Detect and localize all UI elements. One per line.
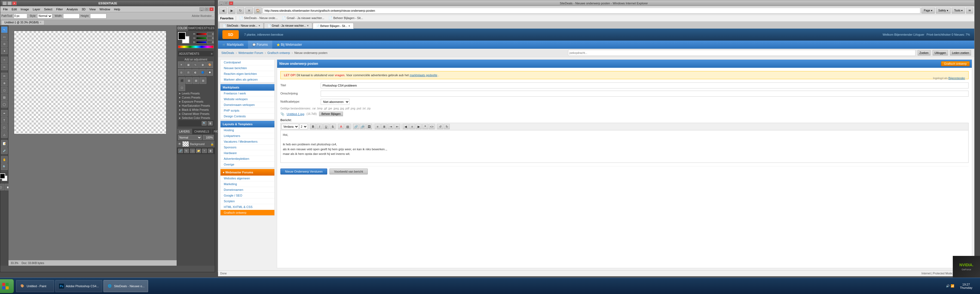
notification-select[interactable]: Niet abonneren: [321, 99, 350, 105]
attach-manage-btn[interactable]: Beheer Bijlagen: [319, 111, 343, 116]
adj-invert[interactable]: ⬛: [178, 77, 185, 84]
menu-window[interactable]: Window: [98, 7, 112, 11]
adj-hue-sat[interactable]: ◎: [178, 69, 185, 76]
tool-stamp[interactable]: ⊕: [1, 80, 8, 86]
layer-group-btn[interactable]: 📁: [196, 149, 201, 153]
adj-curves-presets[interactable]: ▶ Curves Presets: [178, 95, 214, 100]
tool-zoom[interactable]: 🔍: [1, 163, 8, 170]
rte-underline[interactable]: U: [323, 124, 329, 129]
tab-gmail[interactable]: 📄 Gmail - Ja nieuwe wachter... ×: [264, 22, 312, 29]
sidebar-websites-algemeen[interactable]: Websites algemeen: [221, 176, 274, 181]
tool-rectangle[interactable]: ▭: [1, 33, 8, 40]
standard-mode[interactable]: ◻: [0, 184, 4, 190]
tool-pen[interactable]: ✒: [1, 110, 8, 116]
tool-slice[interactable]: ✂: [1, 64, 8, 70]
leden-zoeken-btn[interactable]: Leden zoeken: [950, 50, 971, 56]
menu-filter[interactable]: Filter: [54, 7, 64, 11]
layer-background[interactable]: 👁 Background 🔒: [177, 141, 215, 148]
sidebar-reachim[interactable]: Reachim eigen berichten: [221, 71, 274, 77]
tool-type[interactable]: T: [1, 117, 8, 124]
ps-close-btn[interactable]: ×: [12, 2, 17, 5]
rte-align-center[interactable]: ≡: [409, 124, 415, 129]
layers-opacity[interactable]: [203, 135, 214, 140]
sidebar-design-contests[interactable]: Design Contests: [221, 113, 274, 119]
tool-eyedrop[interactable]: 💉: [1, 147, 8, 154]
forward-btn[interactable]: ▶: [228, 7, 235, 14]
taskbar-item-browser[interactable]: 🌐 SiteDeals - Nieuwe o...: [103, 280, 148, 292]
color-fg-swatch[interactable]: [178, 32, 186, 40]
ps-maximize-btn[interactable]: □: [7, 2, 12, 5]
adj-selcolor-presets[interactable]: ▶ Selective Color Presets: [178, 116, 214, 120]
rte-undo[interactable]: ↺: [437, 124, 443, 129]
adj-bw[interactable]: ◐: [192, 69, 199, 76]
adjustments-menu-icon[interactable]: ≡: [211, 52, 213, 55]
ps-minimize-btn[interactable]: _: [2, 2, 7, 5]
sidebar-nieuwe-berichten[interactable]: Nieuwe berichten: [221, 65, 274, 71]
ps-app-minimize[interactable]: _: [200, 7, 204, 11]
uitloggen-btn[interactable]: Uitloggen: [932, 50, 948, 56]
tool-notes[interactable]: 📝: [1, 140, 8, 147]
rte-unlink[interactable]: 🔗̶: [360, 124, 366, 129]
adj-exposure[interactable]: ◑: [199, 62, 206, 68]
menu-3d[interactable]: 3D: [80, 7, 87, 11]
adj-huesat-presets[interactable]: ▶ Hue/Saturation Presets: [178, 104, 214, 108]
adj-gradient-map[interactable]: ▥: [200, 77, 206, 84]
menu-analysis[interactable]: Analysis: [65, 7, 80, 11]
menu-select[interactable]: Select: [43, 7, 54, 11]
browser-maximize[interactable]: □: [224, 2, 228, 5]
bc-grafisch-ontwerp[interactable]: Grafisch ontwerp: [267, 51, 290, 54]
rte-outdent[interactable]: ⇤: [394, 124, 400, 129]
rte-bg-color[interactable]: ▨: [345, 124, 351, 129]
adj-search-icon[interactable]: 🔍: [202, 121, 207, 126]
adj-bw-presets[interactable]: ▶ Black & White Presets: [178, 108, 214, 112]
tool-lasso[interactable]: ⊙: [1, 41, 8, 47]
sidebar-html-xhtml[interactable]: HTML XHTML & CSS: [221, 204, 274, 210]
nav-bij-webmaster[interactable]: ⭐ Bij Webmaster: [272, 41, 307, 49]
menu-edit[interactable]: Edit: [10, 7, 19, 11]
g-value[interactable]: [207, 36, 214, 40]
layers-blend-mode[interactable]: Normal: [178, 135, 202, 140]
sidebar-php-scripts[interactable]: PHP scripts: [221, 108, 274, 113]
path-input[interactable]: [14, 14, 27, 19]
height-input[interactable]: [90, 14, 107, 19]
layer-delete-btn[interactable]: 🗑: [208, 149, 213, 153]
adj-selective-color[interactable]: ▢: [178, 84, 185, 91]
browser-minimize[interactable]: _: [219, 2, 223, 5]
fg-color[interactable]: [0, 173, 5, 179]
forum-search-input[interactable]: [568, 50, 915, 56]
doc-tab-close[interactable]: ×: [40, 21, 41, 24]
rte-italic[interactable]: I: [317, 124, 323, 129]
adj-levels[interactable]: ▦: [185, 62, 192, 68]
b-value[interactable]: [207, 40, 214, 44]
rte-message-area[interactable]: Hoi, ik heb een probleem met photoshop c…: [280, 130, 969, 163]
sidebar-sponsors[interactable]: Sponsors: [221, 145, 274, 150]
menu-layer[interactable]: Layer: [31, 7, 42, 11]
taskbar-item-photoshop[interactable]: Ps Adobe Photoshop CS4...: [55, 280, 102, 292]
back-btn[interactable]: ◀: [219, 7, 227, 14]
rte-ol[interactable]: ≣: [381, 124, 387, 129]
rte-strike[interactable]: S̶: [330, 124, 336, 129]
sidebar-advertentie[interactable]: Advertentieplekken: [221, 156, 274, 162]
adj-levels-presets[interactable]: ▶ Levels Presets: [178, 91, 214, 95]
adj-posterize[interactable]: ▤: [186, 77, 192, 84]
tab-color[interactable]: COLOR: [177, 25, 188, 31]
notice-link[interactable]: marktplaats gedeelte: [410, 73, 438, 77]
attachment-link[interactable]: Untitled-1.jpg: [286, 113, 304, 116]
layer-mask-btn[interactable]: ◻: [190, 149, 195, 153]
home-btn[interactable]: 🏠: [254, 7, 262, 14]
rte-size[interactable]: 2: [299, 124, 308, 129]
tool-hand[interactable]: ✋: [1, 156, 8, 163]
layer-new-btn[interactable]: +: [202, 149, 207, 153]
sidebar-domeinnaam-verkopen[interactable]: Domeinnaam verkopen: [221, 102, 274, 108]
fav-beheer[interactable]: 📄 Beheer Bijlagen - Sit...: [328, 16, 364, 20]
sidebar-linkpartners[interactable]: Linkpartners: [221, 133, 274, 139]
rte-align-right[interactable]: ▶: [416, 124, 422, 129]
sidebar-google-seo[interactable]: Google / SEO: [221, 193, 274, 199]
page-btn[interactable]: Page ▾: [921, 8, 935, 14]
adj-photo-filter[interactable]: 🔵: [199, 69, 206, 76]
taskbar-item-paint[interactable]: 🎨 Untitled - Paint: [16, 280, 54, 292]
adj-exposure-presets[interactable]: ▶ Exposure Presets: [178, 100, 214, 104]
width-input[interactable]: [63, 14, 80, 19]
start-button[interactable]: [0, 279, 14, 293]
sidebar-grafisch-ontwerp[interactable]: Grafisch ontwerp: [221, 210, 274, 216]
